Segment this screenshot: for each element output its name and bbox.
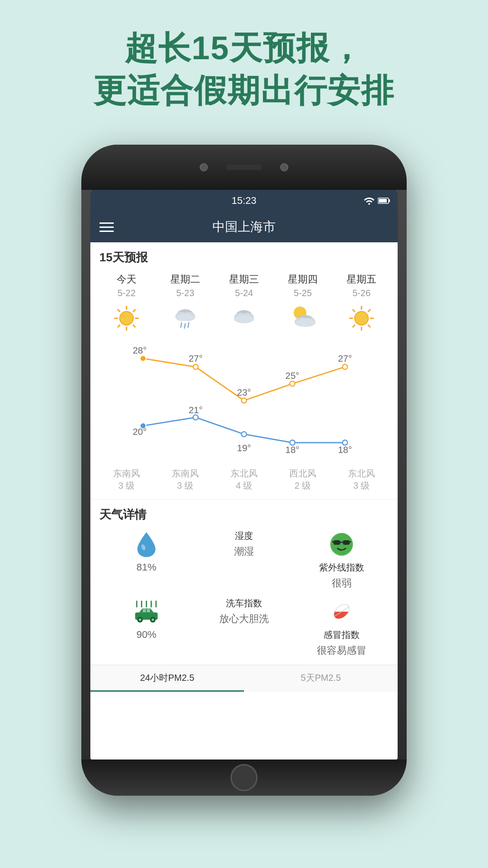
wind-level-2: 4 级 (221, 480, 267, 492)
day-icon-1 (171, 304, 200, 333)
svg-point-76 (139, 618, 141, 621)
wind-level-4: 3 级 (339, 480, 384, 492)
wind-dir-2: 东北风 (221, 467, 267, 480)
temperature-chart: 28° 27° 23° 25° 27° (99, 337, 389, 464)
svg-line-9 (133, 325, 135, 327)
battery-icon (378, 197, 390, 204)
svg-rect-63 (343, 540, 350, 545)
app-title: 中国上海市 (212, 218, 276, 236)
wind-col-2: 东北风 4 级 (221, 467, 267, 492)
day-date-1: 5-23 (176, 288, 194, 298)
day-icon-3 (288, 304, 317, 333)
svg-line-66 (350, 542, 351, 542)
cold-label: 感冒指数 (324, 629, 360, 641)
humidity-label: 湿度 (235, 530, 253, 542)
main-content: 15天预报 今天 5-22 (90, 242, 398, 692)
svg-point-78 (152, 618, 154, 621)
svg-text:20°: 20° (133, 426, 147, 437)
svg-rect-62 (333, 540, 340, 545)
day-name-3: 星期四 (288, 273, 318, 286)
wind-level-0: 3 级 (104, 480, 149, 492)
svg-rect-73 (143, 609, 146, 612)
svg-text:27°: 27° (188, 353, 202, 363)
svg-point-41 (241, 398, 246, 403)
phone-screen: 15:23 (90, 190, 398, 760)
status-bar: 15:23 (90, 190, 398, 212)
phone-bottom (81, 760, 407, 796)
hamburger-menu[interactable] (99, 222, 114, 232)
wind-dir-1: 东南风 (163, 467, 208, 480)
status-icons (364, 197, 390, 205)
details-section: 天气详情 81% (90, 500, 398, 665)
phone-speaker (226, 165, 262, 170)
wind-level-3: 2 级 (280, 480, 325, 492)
wifi-icon (364, 197, 374, 205)
car-wash-label: 洗车指数 (226, 597, 262, 609)
drop-svg (135, 531, 158, 558)
details-title: 天气详情 (99, 507, 389, 523)
svg-text:28°: 28° (133, 345, 147, 355)
svg-point-39 (140, 355, 146, 361)
detail-humidity-label: 湿度 潮湿 (197, 530, 291, 590)
svg-point-38 (355, 312, 368, 325)
svg-line-35 (368, 325, 370, 327)
svg-line-19 (188, 323, 189, 327)
tab-24h-pm25[interactable]: 24小时PM2.5 (90, 665, 244, 692)
tab-5day-pm25[interactable]: 5天PM2.5 (244, 665, 398, 692)
wind-col-0: 东南风 3 级 (104, 467, 149, 492)
days-row: 今天 5-22 (99, 273, 389, 333)
day-icon-0 (112, 304, 141, 333)
water-drop-icon (132, 530, 161, 559)
day-date-0: 5-22 (117, 288, 136, 298)
cloud-icon (230, 305, 258, 332)
day-col-tue: 星期二 5-23 (163, 273, 208, 333)
forecast-title: 15天预报 (99, 250, 389, 265)
car-wash-pct-value: 90% (136, 629, 156, 641)
svg-point-28 (296, 319, 315, 327)
app-header: 中国上海市 (90, 212, 398, 242)
uv-value: 很弱 (332, 576, 352, 590)
detail-uv: 紫外线指数 很弱 (295, 530, 389, 590)
detail-humidity-pct: 81% (99, 530, 193, 590)
svg-point-23 (234, 315, 254, 323)
page-header: 超长15天预报， 更适合假期出行安排 (0, 0, 488, 112)
svg-line-11 (118, 325, 120, 327)
svg-rect-74 (147, 609, 150, 612)
wind-col-1: 东南风 3 级 (163, 467, 208, 492)
day-date-4: 5-26 (352, 288, 371, 298)
day-name-4: 星期五 (347, 273, 376, 286)
temp-chart-svg: 28° 27° 23° 25° 27° (122, 337, 366, 464)
car-wash-status: 放心大胆洗 (219, 612, 269, 626)
svg-line-36 (368, 310, 370, 311)
svg-line-65 (332, 542, 333, 542)
car-wash-icon (132, 597, 161, 626)
pill-icon (327, 597, 356, 626)
phone-body: 15:23 (81, 145, 407, 796)
detail-cold: 感冒指数 很容易感冒 (295, 597, 389, 657)
day-date-2: 5-24 (235, 288, 253, 298)
svg-line-10 (133, 310, 135, 311)
day-name-0: 今天 (117, 273, 136, 286)
day-name-2: 星期三 (229, 273, 259, 286)
svg-text:25°: 25° (286, 370, 300, 381)
header-line2: 更适合假期出行安排 (0, 70, 488, 112)
cloud-rain-icon (172, 305, 199, 332)
wind-dir-4: 东北风 (339, 467, 384, 480)
svg-rect-1 (389, 199, 390, 202)
home-button[interactable] (230, 764, 258, 791)
svg-line-18 (184, 324, 185, 328)
svg-point-40 (193, 364, 198, 369)
wind-row: 东南风 3 级 东南风 3 级 东北风 4 级 西北风 (99, 464, 389, 499)
forecast-section: 15天预报 今天 5-22 (90, 242, 398, 499)
phone-top-bar (81, 145, 407, 190)
day-icon-4 (347, 304, 376, 333)
bottom-tabs: 24小时PM2.5 5天PM2.5 (90, 665, 398, 692)
svg-text:18°: 18° (286, 444, 300, 455)
partly-cloudy-icon (288, 304, 317, 333)
day-col-today: 今天 5-22 (104, 273, 149, 333)
svg-line-17 (181, 323, 182, 327)
uv-emoji-icon (327, 530, 356, 559)
day-col-fri: 星期五 5-26 (339, 273, 384, 333)
humidity-pct-value: 81% (136, 561, 156, 573)
pill-svg (329, 599, 354, 624)
